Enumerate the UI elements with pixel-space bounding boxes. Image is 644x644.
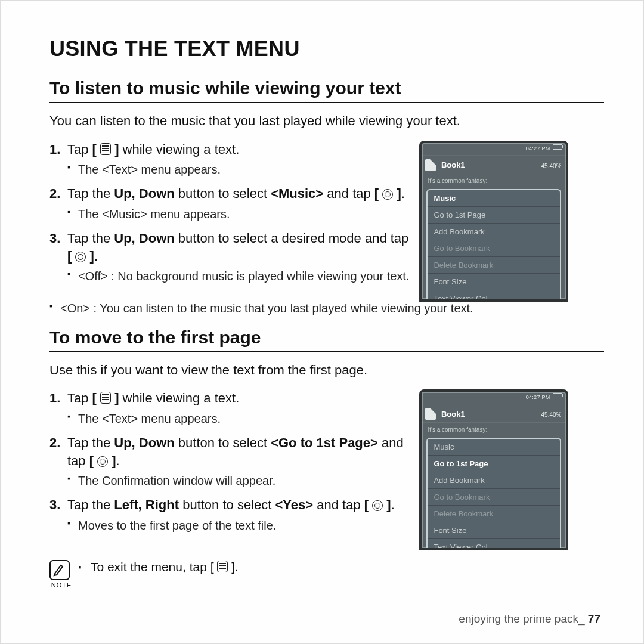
section2-step3: Tap the Left, Right button to select <Ye… — [49, 496, 413, 534]
device-mock-1: 04:27 PM Book1 45.40% It's a common fant… — [419, 141, 568, 302]
battery-icon — [553, 393, 562, 398]
menu-icon — [100, 143, 111, 155]
device1-excerpt: It's a common fantasy: — [422, 174, 566, 185]
device-menu-item: Music — [428, 439, 560, 456]
note-text: To exit the menu, tap [ ]. — [76, 560, 238, 574]
device2-title: Book1 — [441, 410, 465, 419]
document-icon — [425, 159, 436, 171]
menu-icon — [217, 561, 228, 572]
ok-ring-icon — [372, 500, 383, 511]
ok-ring-icon — [97, 456, 108, 467]
device-menu-item: Text Viewer Col.. — [428, 539, 560, 550]
section1-heading: To listen to music while viewing your te… — [49, 78, 604, 103]
device-mock-2: 04:27 PM Book1 45.40% It's a common fant… — [419, 389, 568, 550]
device-menu-item: Font Size — [428, 274, 560, 290]
section2-step2-sub: The Confirmation window will appear. — [67, 473, 413, 489]
device1-status-time: 04:27 PM — [526, 145, 550, 151]
ok-ring-icon — [75, 252, 86, 262]
device2-menu: MusicGo to 1st PageAdd BookmarkGo to Boo… — [426, 438, 561, 550]
device2-excerpt: It's a common fantasy: — [422, 422, 566, 434]
device-menu-item: Font Size — [428, 522, 560, 539]
section2-intro: Use this if you want to view the text fr… — [49, 361, 604, 379]
section1-intro: You can listen to the music that you las… — [49, 112, 604, 130]
device-menu-item: Add Bookmark — [428, 472, 560, 489]
menu-icon — [100, 392, 111, 404]
footer-section: enjoying the prime pack_ — [459, 612, 584, 625]
section1-steps: Tap [ ] while viewing a text. The <Text>… — [49, 141, 413, 292]
document-icon — [425, 408, 436, 420]
footer-page-number: 77 — [588, 612, 600, 625]
device1-progress: 45.40% — [541, 163, 562, 169]
section1-step2-sub: The <Music> menu appears. — [67, 206, 413, 222]
device2-status-time: 04:27 PM — [526, 394, 550, 400]
device1-menu: MusicGo to 1st PageAdd BookmarkGo to Boo… — [426, 189, 561, 302]
ok-ring-icon — [382, 189, 393, 200]
device-menu-item: Delete Bookmark — [428, 257, 560, 274]
device-menu-item: Go to Bookmark — [428, 240, 560, 257]
device2-progress: 45.40% — [541, 411, 562, 418]
section2-step3-sub: Moves to the first page of the text file… — [67, 518, 413, 534]
section2-step1-sub: The <Text> menu appears. — [67, 411, 413, 427]
device-menu-item: Go to 1st Page — [428, 207, 560, 224]
battery-icon — [553, 144, 562, 150]
device-menu-item: Go to 1st Page — [428, 456, 560, 472]
section1-step1-sub: The <Text> menu appears. — [67, 162, 413, 178]
manual-page: USING THE TEXT MENU To listen to music w… — [0, 0, 644, 644]
section1-step3-sub1: <Off> : No background music is played wh… — [67, 268, 413, 284]
section1-step3: Tap the Up, Down button to select a desi… — [49, 230, 413, 284]
device-menu-item: Go to Bookmark — [428, 489, 560, 506]
page-footer: enjoying the prime pack_ 77 — [459, 612, 600, 626]
section1-step1: Tap [ ] while viewing a text. The <Text>… — [49, 141, 413, 178]
device-menu-item: Music — [428, 190, 560, 207]
section2-steps: Tap [ ] while viewing a text. The <Text>… — [49, 389, 413, 541]
note-label: NOTE — [49, 581, 73, 589]
note-row: NOTE To exit the menu, tap [ ]. — [49, 560, 604, 589]
device1-title: Book1 — [441, 160, 465, 169]
section2-heading: To move to the first page — [49, 327, 604, 352]
device-menu-item: Add Bookmark — [428, 224, 560, 240]
device-menu-item: Delete Bookmark — [428, 506, 560, 522]
page-title: USING THE TEXT MENU — [49, 36, 604, 61]
section2-step1: Tap [ ] while viewing a text. The <Text>… — [49, 389, 413, 427]
note-pencil-icon — [49, 560, 70, 580]
section1-step2: Tap the Up, Down button to select <Music… — [49, 185, 413, 222]
section2-step2: Tap the Up, Down button to select <Go to… — [49, 434, 413, 489]
section1-step3-sub2: <On> : You can listen to the music that … — [49, 301, 591, 317]
